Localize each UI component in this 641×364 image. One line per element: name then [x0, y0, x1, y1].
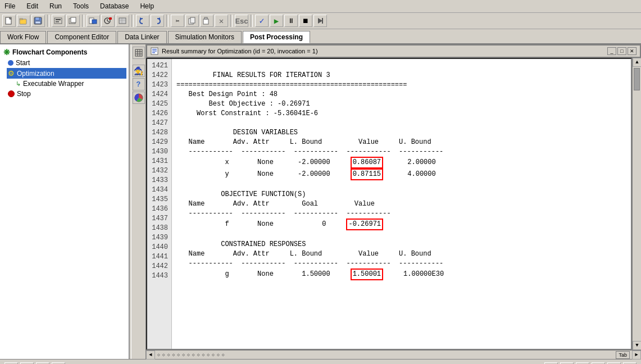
delete-button[interactable]: ✕	[215, 15, 228, 27]
titlebar-icons: _ □ ✕	[607, 47, 637, 55]
paste-button[interactable]	[200, 15, 213, 27]
content-titlebar: Result summary for Optimization (id = 20…	[146, 44, 641, 58]
check-button[interactable]: ✓	[255, 15, 269, 27]
menu-help[interactable]: Help	[138, 1, 156, 11]
redo-button[interactable]	[151, 15, 164, 27]
undo-button[interactable]	[136, 15, 149, 27]
g-value: 1.50001	[351, 269, 383, 280]
run-stop-button[interactable]: Esc	[235, 15, 248, 27]
tab-data-linker[interactable]: Data Linker	[117, 31, 166, 43]
new-button[interactable]	[2, 15, 16, 27]
scroll-up-button[interactable]: ▲	[633, 58, 641, 67]
svg-rect-25	[203, 19, 208, 24]
scroll-track[interactable]	[633, 67, 641, 341]
line-1428: Name Adv. Attr L. Bound Value U. Bound	[176, 138, 431, 146]
menu-database[interactable]: Database	[98, 1, 131, 11]
scroll-thumb[interactable]	[634, 68, 640, 90]
toolbar-sep-2	[82, 15, 84, 27]
line-1421: FINAL RESULTS FOR ITERATION 3	[176, 71, 330, 79]
menu-run[interactable]: Run	[47, 1, 64, 11]
svg-rect-17	[109, 17, 112, 20]
bottom-toolbar: ↑ ↓ ✎ ✕	[0, 359, 641, 364]
open-button[interactable]	[17, 15, 30, 27]
line-1426	[176, 119, 180, 127]
tree-btn[interactable]	[20, 362, 34, 365]
sidebar-header: ❋ Flowchart Components	[2, 47, 126, 58]
minimize-button[interactable]: _	[607, 47, 616, 55]
sidebar-item-start[interactable]: Start	[7, 58, 126, 68]
cut-button[interactable]: ✂	[171, 15, 184, 27]
tab-simulation-monitors[interactable]: Simulation Monitors	[168, 31, 242, 43]
side-btn-chart[interactable]	[133, 92, 145, 104]
sidebar-item-wrapper-label: Executable Wrapper	[23, 80, 84, 88]
toolbar-btn-4[interactable]	[52, 15, 65, 27]
hscroll-diamonds: ◇ ◇ ◇ ◇ ◇ ◇ ◇ ◇ ◇ ◇ ◇ ◇ ◇ ◇	[155, 351, 227, 358]
sidebar-item-optimization[interactable]: ⚙ Optimization	[7, 68, 126, 79]
bottom-right-tools: ✎ ✕	[544, 362, 637, 365]
save-button[interactable]	[31, 15, 45, 27]
up-arrow-button[interactable]: ↑	[36, 362, 49, 365]
diamond-3: ◇	[167, 352, 170, 357]
sidebar-header-label: Flowchart Components	[12, 48, 87, 56]
tab-workflow[interactable]: Work Flow	[0, 31, 46, 43]
line-1439: Name Adv. Attr L. Bound Value U. Bound	[176, 250, 431, 258]
scroll-left-button[interactable]: ◄	[146, 351, 155, 360]
toolbar-btn-8[interactable]	[116, 15, 129, 27]
content-title: Result summary for Optimization (id = 20…	[162, 48, 318, 54]
line-1443	[176, 290, 180, 298]
svg-rect-11	[71, 17, 76, 22]
diamond-14: ◇	[222, 352, 225, 357]
menu-edit[interactable]: Edit	[24, 1, 40, 11]
play-button[interactable]: ▶	[270, 15, 283, 27]
sidebar-item-optimization-label: Optimization	[17, 70, 54, 78]
svg-rect-24	[190, 17, 195, 23]
bottom-settings-btn[interactable]	[623, 362, 637, 365]
main-content: ❋ Flowchart Components Start ⚙ Optimizat…	[0, 44, 641, 359]
sidebar-tree-icon: ❋	[3, 48, 10, 57]
side-btn-question[interactable]: ?	[133, 78, 145, 90]
pause-button[interactable]: ⏸	[284, 15, 298, 27]
down-arrow-button[interactable]: ↓	[52, 362, 65, 365]
svg-rect-29	[135, 49, 142, 56]
bottom-copy-btn[interactable]	[544, 362, 558, 365]
svg-rect-26	[204, 17, 207, 19]
stop-button[interactable]: ⏹	[299, 15, 312, 27]
toolbar-sep-3	[131, 15, 134, 27]
tab-component-editor[interactable]: Component Editor	[47, 31, 116, 43]
tab-icon[interactable]: Tab	[616, 351, 630, 359]
maximize-button[interactable]: □	[617, 47, 626, 55]
hscroll-track[interactable]: ◇ ◇ ◇ ◇ ◇ ◇ ◇ ◇ ◇ ◇ ◇ ◇ ◇ ◇	[155, 351, 613, 359]
toolbar-btn-5[interactable]	[66, 15, 80, 27]
bottom-pencil-btn[interactable]: ✎	[592, 362, 605, 365]
vertical-scrollbar[interactable]: ▲ ▼	[632, 58, 641, 350]
bottom-edit-btn[interactable]	[576, 362, 589, 365]
bottom-grid-btn[interactable]	[560, 362, 574, 365]
tab-icon-container: Tab	[613, 351, 632, 359]
tab-post-processing[interactable]: Post Processing	[243, 31, 310, 43]
line-1422: ========================================…	[176, 81, 407, 89]
menu-bar: File Edit Run Tools Database Help	[0, 0, 641, 13]
bottom-delete-btn[interactable]: ✕	[607, 362, 621, 365]
line-1423: Best Design Point : 48	[176, 90, 278, 98]
bottom-left-tools: ↑ ↓	[4, 362, 65, 365]
toolbar-btn-7[interactable]	[101, 15, 115, 27]
workflow-btn[interactable]	[4, 362, 18, 365]
text-area: 1421 1422 1423 1424 1425 1426 1427 1428 …	[146, 58, 632, 350]
svg-rect-38	[152, 52, 155, 53]
x-value: 0.86087	[351, 157, 383, 169]
close-button[interactable]: ✕	[628, 47, 637, 55]
copy-button[interactable]	[185, 15, 199, 27]
line-1441: g None 1.50000 1.50001 1.00000E30	[176, 270, 444, 278]
line-1438: CONSTRAINED RESPONSES	[176, 240, 306, 248]
side-btn-table[interactable]	[133, 47, 145, 59]
reset-button[interactable]	[313, 15, 327, 27]
side-btn-wizard[interactable]: 🧙	[133, 65, 145, 77]
menu-file[interactable]: File	[2, 1, 17, 11]
sidebar-item-stop[interactable]: Stop	[7, 89, 126, 99]
toolbar-btn-6[interactable]	[87, 15, 100, 27]
menu-tools[interactable]: Tools	[71, 1, 91, 11]
diamond-2: ◇	[162, 352, 165, 357]
scroll-right-button[interactable]: ►	[632, 351, 641, 360]
sidebar-item-executable-wrapper[interactable]: ↳ Executable Wrapper	[7, 79, 126, 89]
scroll-down-button[interactable]: ▼	[633, 341, 641, 350]
